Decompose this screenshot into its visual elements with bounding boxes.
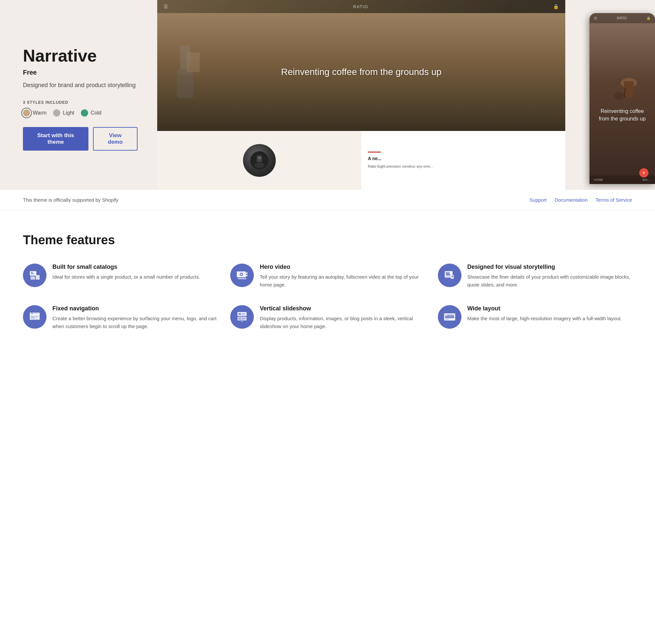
coffee-maker-svg — [167, 39, 206, 105]
svg-rect-21 — [238, 278, 246, 279]
feature-visual-storytelling: Designed for visual storytelling Showcas… — [438, 263, 632, 289]
svg-rect-34 — [36, 318, 38, 318]
features-grid: Built for small catalogs Ideal for store… — [23, 263, 632, 330]
svg-rect-39 — [242, 313, 246, 314]
style-options: Warm Light Cold — [23, 109, 138, 117]
feature-vertical-slideshow-desc: Display products, information, images, o… — [260, 315, 425, 330]
mobile-cart-icon: 🔒 — [647, 16, 650, 20]
light-dot — [53, 109, 60, 117]
svg-rect-30 — [35, 313, 36, 314]
svg-point-10 — [614, 92, 624, 100]
wide-layout-svg — [444, 311, 456, 323]
menu-icon: ☰ — [164, 4, 168, 9]
svg-rect-29 — [31, 313, 33, 314]
preview-product-info: A ne... Ratio Eight precision construc a… — [361, 131, 565, 190]
svg-rect-19 — [246, 272, 248, 274]
hero-buttons: Start with this theme View demo — [23, 127, 138, 151]
feature-vertical-slideshow: Vertical slideshow Display products, inf… — [230, 305, 425, 330]
mobile-nav-item-1: KONE — [594, 178, 603, 181]
support-links: Support Documentation Terms of Service — [529, 197, 632, 203]
support-bar: This theme is officially supported by Sh… — [0, 190, 655, 210]
preview-hero-image: Reinventing coffee from the grounds up — [157, 13, 565, 131]
vertical-slideshow-icon-circle — [230, 305, 254, 329]
wide-layout-icon-circle — [438, 305, 461, 329]
svg-rect-49 — [445, 320, 448, 321]
visual-storytelling-svg — [444, 269, 456, 281]
theme-title: Narrative — [23, 46, 138, 66]
hero-video-icon-circle — [230, 263, 254, 287]
feature-hero-video-heading: Hero video — [260, 263, 425, 271]
vertical-slideshow-svg — [236, 311, 248, 323]
mobile-brand: RATIO — [617, 16, 627, 20]
cold-label: Cold — [91, 110, 101, 116]
svg-rect-32 — [31, 316, 35, 319]
feature-fixed-nav-desc: Create a better browsing experience by s… — [52, 315, 217, 330]
feature-wide-layout-desc: Make the most of large, high-resolution … — [467, 315, 622, 322]
svg-rect-48 — [445, 319, 449, 320]
support-link[interactable]: Support — [529, 197, 547, 203]
start-theme-button[interactable]: Start with this theme — [23, 127, 88, 151]
fixed-nav-svg — [28, 311, 41, 323]
warm-label: Warm — [33, 110, 46, 116]
preview-brand: RATIO — [353, 4, 368, 9]
preview-bottom: A ne... Ratio Eight precision construc a… — [157, 131, 565, 190]
feature-hero-video: Hero video Tell your story by featuring … — [230, 263, 425, 289]
preview-product-title: A ne... — [368, 156, 559, 161]
terms-link[interactable]: Terms of Service — [595, 197, 632, 203]
view-demo-button[interactable]: View demo — [93, 127, 138, 151]
svg-point-7 — [258, 157, 261, 159]
svg-point-47 — [446, 315, 447, 316]
support-text: This theme is officially supported by Sh… — [23, 197, 118, 203]
mobile-fab-button[interactable]: + — [639, 168, 649, 178]
svg-rect-44 — [241, 321, 243, 322]
feature-small-catalogs: Built for small catalogs Ideal for store… — [23, 263, 217, 289]
visual-storytelling-icon-circle — [438, 263, 461, 287]
mobile-content: Reinventing coffee from the grounds up — [589, 23, 655, 176]
svg-rect-14 — [31, 272, 33, 273]
svg-rect-15 — [31, 273, 34, 274]
style-light[interactable]: Light — [53, 109, 74, 117]
svg-rect-38 — [239, 313, 241, 315]
mobile-nav-item-2: WA... — [642, 178, 650, 181]
style-warm[interactable]: Warm — [23, 109, 46, 117]
hero-left: Narrative Free Designed for brand and pr… — [0, 0, 157, 190]
feature-wide-layout-text: Wide layout Make the most of large, high… — [467, 305, 622, 322]
mobile-preview: ☰ RATIO 🔒 Reinventing coffee from the gr… — [589, 13, 655, 184]
svg-rect-33 — [36, 316, 39, 317]
preview-tagline: Reinventing coffee from the grounds up — [281, 66, 442, 78]
theme-description: Designed for brand and product storytell… — [23, 81, 138, 90]
feature-visual-storytelling-heading: Designed for visual storytelling — [467, 263, 632, 271]
accent-line — [368, 152, 381, 153]
styles-label: 3 STYLES INCLUDED — [23, 100, 138, 105]
documentation-link[interactable]: Documentation — [555, 197, 588, 203]
warm-dot — [23, 109, 30, 117]
mobile-preview-inner: ☰ RATIO 🔒 Reinventing coffee from the gr… — [589, 13, 655, 184]
feature-visual-storytelling-desc: Showcase the finer details of your produ… — [467, 273, 632, 289]
product-circle — [243, 144, 276, 177]
feature-small-catalogs-text: Built for small catalogs Ideal for store… — [52, 263, 200, 281]
preview-product-image — [157, 131, 361, 190]
desktop-preview: ☰ RATIO 🔒 Reinventing coffee from the gr… — [157, 0, 565, 190]
svg-rect-12 — [30, 276, 35, 280]
feature-vertical-slideshow-heading: Vertical slideshow — [260, 305, 425, 312]
small-catalogs-svg — [28, 269, 41, 281]
svg-rect-20 — [246, 275, 248, 276]
theme-price: Free — [23, 69, 138, 76]
hero-video-svg — [236, 269, 248, 281]
feature-small-catalogs-desc: Ideal for stores with a single product, … — [52, 273, 200, 281]
hero-section: Narrative Free Designed for brand and pr… — [0, 0, 655, 190]
feature-fixed-nav-heading: Fixed navigation — [52, 305, 217, 312]
feature-visual-storytelling-text: Designed for visual storytelling Showcas… — [467, 263, 632, 289]
svg-rect-26 — [451, 276, 453, 277]
feature-fixed-nav-text: Fixed navigation Create a better browsin… — [52, 305, 217, 330]
feature-hero-video-desc: Tell your story by featuring an autoplay… — [260, 273, 425, 289]
cart-icon: 🔒 — [553, 4, 559, 9]
cold-dot — [81, 109, 88, 117]
svg-rect-31 — [36, 313, 38, 314]
feature-wide-layout: Wide layout Make the most of large, high… — [438, 305, 632, 330]
svg-rect-35 — [31, 319, 39, 320]
mobile-nav: ☰ RATIO 🔒 — [589, 13, 655, 23]
light-label: Light — [63, 110, 74, 116]
style-cold[interactable]: Cold — [81, 109, 101, 117]
features-section: Theme features Built for small catalogs … — [0, 210, 655, 356]
